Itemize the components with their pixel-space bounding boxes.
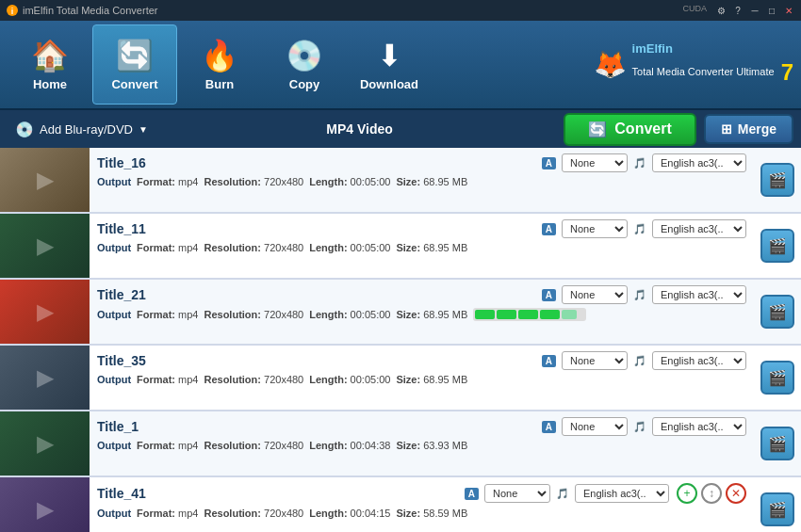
audio-note-icon: 🎵 — [633, 289, 646, 301]
help-icon[interactable]: ? — [731, 4, 744, 17]
copy-button[interactable]: 💿 Copy — [262, 24, 347, 105]
size-label: Size: 68.95 MB — [396, 374, 467, 385]
subtitle-dropdown[interactable]: None — [562, 285, 628, 304]
burn-label: Burn — [205, 77, 234, 91]
resolution-label: Resolution: 720x480 — [204, 508, 303, 519]
audio-dropdown[interactable]: English ac3(.. — [652, 219, 746, 238]
item-title: Title_16 — [97, 155, 534, 170]
size-label: Size: 58.59 MB — [396, 508, 467, 519]
thumbnail: ▶ — [0, 477, 90, 532]
audio-dropdown[interactable]: English ac3(.. — [652, 351, 746, 370]
item-title: Title_35 — [97, 353, 534, 368]
close-button[interactable]: ✕ — [782, 4, 795, 17]
edit-button[interactable]: 🎬 — [760, 427, 794, 460]
logo-area: 🦊 imElfin Total Media Converter Ultimate… — [594, 41, 793, 87]
subtitle-dropdown[interactable]: None — [562, 153, 628, 172]
edit-button[interactable]: 🎬 — [760, 492, 794, 526]
length-label: Length: 00:05:00 — [309, 242, 390, 253]
item-content: Title_35 A None 🎵 English ac3(.. Output … — [90, 346, 754, 410]
subtitle-icon: A — [542, 355, 556, 367]
audio-dropdown[interactable]: English ac3(.. — [652, 417, 746, 436]
convert-button[interactable]: 🔄 Convert — [92, 24, 177, 105]
format-label: MP4 Video — [163, 121, 556, 137]
output-label: Output — [97, 440, 131, 451]
maximize-button[interactable]: □ — [765, 4, 778, 17]
subtitle-icon: A — [465, 488, 479, 500]
item-info: Output Format: mp4 Resolution: 720x480 L… — [97, 176, 746, 187]
burn-icon: 🔥 — [201, 38, 238, 73]
audio-dropdown[interactable]: English ac3(.. — [652, 285, 746, 304]
output-label: Output — [97, 309, 131, 320]
audio-dropdown[interactable]: English ac3(.. — [575, 484, 669, 503]
merge-button[interactable]: ⊞ Merge — [704, 114, 793, 144]
download-button[interactable]: ⬇ Download — [347, 24, 432, 105]
edit-button[interactable]: 🎬 — [760, 295, 794, 329]
size-label: Size: 68.95 MB — [396, 309, 467, 320]
item-title-row: Title_21 A None 🎵 English ac3(.. — [97, 285, 746, 304]
item-controls: A None 🎵 English ac3(.. — [542, 219, 746, 238]
title-bar: i imElfin Total Media Converter CUDA ⚙ ?… — [0, 0, 801, 21]
logo-fox-icon: 🦊 — [594, 49, 627, 80]
dropdown-arrow-icon: ▼ — [139, 124, 148, 135]
item-controls: A None 🎵 English ac3(.. — [465, 484, 669, 503]
list-item: ▶ Title_16 A None 🎵 English ac3(.. Ou — [0, 148, 801, 214]
item-info: Output Format: mp4 Resolution: 720x480 L… — [97, 242, 746, 253]
edit-button[interactable]: 🎬 — [760, 361, 794, 395]
thumbnail: ▶ — [0, 346, 90, 410]
subtitle-dropdown[interactable]: None — [484, 484, 550, 503]
edit-button[interactable]: 🎬 — [760, 163, 794, 197]
home-icon: 🏠 — [31, 38, 69, 73]
subtitle-dropdown[interactable]: None — [562, 417, 628, 436]
convert-btn-label: Convert — [614, 121, 671, 137]
brand-name: imElfin — [632, 41, 793, 57]
item-content: Title_21 A None 🎵 English ac3(.. Output … — [90, 280, 754, 344]
audio-dropdown[interactable]: English ac3(.. — [652, 153, 746, 172]
product-name: Total Media Converter Ultimate 7 — [632, 57, 793, 87]
add-bluray-button[interactable]: 💿 Add Blu-ray/DVD ▼ — [8, 117, 155, 142]
item-title: Title_1 — [97, 419, 534, 434]
format-label: Format: mp4 — [137, 176, 198, 187]
version-number: 7 — [781, 59, 793, 85]
list-item: ▶ Title_35 A None 🎵 English ac3(.. Ou — [0, 346, 801, 411]
copy-icon: 💿 — [286, 38, 323, 73]
item-title: Title_41 — [97, 486, 457, 501]
length-label: Length: 00:05:00 — [309, 374, 390, 385]
add-label: Add Blu-ray/DVD — [40, 122, 133, 137]
download-label: Download — [360, 77, 418, 91]
list-item: ▶ Title_41 A None 🎵 English ac3(.. + ↕ — [0, 477, 801, 532]
item-action: 🎬 — [754, 346, 801, 410]
add-item-button[interactable]: + — [677, 483, 697, 504]
window-title: imElfin Total Media Converter — [23, 5, 678, 16]
burn-button[interactable]: 🔥 Burn — [177, 24, 262, 105]
logo-text: imElfin Total Media Converter Ultimate 7 — [632, 41, 793, 87]
minimize-button[interactable]: ─ — [748, 4, 761, 17]
remove-item-button[interactable]: ✕ — [726, 483, 746, 504]
item-title-row: Title_11 A None 🎵 English ac3(.. — [97, 219, 746, 238]
subtitle-dropdown[interactable]: None — [562, 219, 628, 238]
toolbar: 🏠 Home 🔄 Convert 🔥 Burn 💿 Copy ⬇ Downloa… — [0, 21, 801, 110]
item-action: 🎬 — [754, 280, 801, 344]
resolution-label: Resolution: 720x480 — [204, 374, 303, 385]
move-item-button[interactable]: ↕ — [701, 483, 722, 504]
subtitle-icon: A — [542, 421, 556, 433]
audio-note-icon: 🎵 — [633, 421, 646, 433]
subtitle-icon: A — [542, 157, 556, 169]
length-label: Length: 00:04:38 — [309, 440, 390, 451]
audio-note-icon: 🎵 — [556, 488, 569, 500]
item-action: 🎬 — [754, 214, 801, 278]
home-button[interactable]: 🏠 Home — [8, 24, 92, 105]
subtitle-dropdown[interactable]: None — [562, 351, 628, 370]
format-label: Format: mp4 — [137, 242, 198, 253]
window-controls: CUDA ⚙ ? ─ □ ✕ — [678, 4, 795, 17]
item-content: Title_41 A None 🎵 English ac3(.. + ↕ ✕ — [90, 477, 754, 532]
svg-text:i: i — [11, 7, 14, 16]
list-item: ▶ Title_21 A None 🎵 English ac3(.. Ou — [0, 280, 801, 346]
subtitle-icon: A — [542, 223, 556, 235]
item-info: Output Format: mp4 Resolution: 720x480 L… — [97, 374, 746, 385]
settings-icon[interactable]: ⚙ — [714, 4, 727, 17]
item-action: 🎬 — [754, 477, 801, 532]
edit-button[interactable]: 🎬 — [760, 229, 794, 263]
main-convert-button[interactable]: 🔄 Convert — [564, 113, 695, 146]
item-action: 🎬 — [754, 411, 801, 476]
resolution-label: Resolution: 720x480 — [204, 440, 303, 451]
